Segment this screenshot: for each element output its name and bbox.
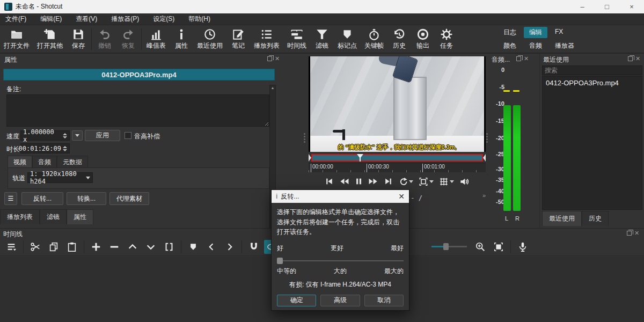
playhead[interactable] xyxy=(357,154,363,162)
keyframes-button[interactable]: 关键帧 xyxy=(361,26,387,53)
menu-view[interactable]: 查看(V) xyxy=(76,14,97,24)
apply-button[interactable]: 应用 xyxy=(85,130,120,141)
menu-settings[interactable]: 设定(S) xyxy=(153,14,174,24)
redo-button[interactable]: 恢复 xyxy=(116,26,140,53)
markers-button[interactable]: 标记点 xyxy=(334,26,361,53)
advanced-button[interactable]: 高级 xyxy=(320,295,360,306)
properties-button[interactable]: 属性 xyxy=(170,26,193,53)
marker-button[interactable] xyxy=(185,240,201,254)
comments-textarea[interactable] xyxy=(6,94,269,127)
fast-forward-button[interactable] xyxy=(368,177,378,186)
copy-button[interactable] xyxy=(46,240,62,254)
duration-spinner[interactable] xyxy=(63,146,67,151)
record-audio-button[interactable] xyxy=(515,240,531,254)
close-panel-icon[interactable]: ✕ xyxy=(635,56,640,61)
history-button[interactable]: 历史 xyxy=(387,26,411,53)
layout-editing-button[interactable]: 编辑 xyxy=(524,27,547,38)
ok-button[interactable]: 确定 xyxy=(277,295,316,306)
snap-button[interactable] xyxy=(246,240,262,254)
next-marker-button[interactable] xyxy=(222,240,238,254)
duration-input[interactable]: 00:01:26:09 xyxy=(20,143,70,153)
lift-button[interactable] xyxy=(125,240,141,254)
speed-input[interactable]: 1.000000 x xyxy=(20,130,70,141)
loop-button[interactable] xyxy=(398,177,413,186)
dock-tab-properties[interactable]: 属性 xyxy=(67,209,93,224)
open-other-button[interactable]: 打开其他 xyxy=(33,26,67,53)
reverse-button[interactable]: 反转... xyxy=(21,192,63,205)
layout-audio-button[interactable]: 音频 xyxy=(524,40,547,52)
slider-handle[interactable] xyxy=(277,258,283,264)
cancel-button[interactable]: 取消 xyxy=(364,295,404,306)
tab-audio[interactable]: 音频 xyxy=(32,156,57,169)
skip-to-start-button[interactable] xyxy=(325,177,334,186)
jobs-button[interactable]: 任务 xyxy=(435,26,458,53)
trim-in-handle[interactable] xyxy=(309,154,311,162)
ripple-delete-button[interactable] xyxy=(106,240,122,254)
recent-button[interactable]: 最近使用 xyxy=(193,26,226,53)
close-panel-icon[interactable]: ✕ xyxy=(524,56,529,61)
append-button[interactable] xyxy=(88,240,104,254)
speed-dropdown-button[interactable] xyxy=(72,130,83,141)
close-button[interactable]: × xyxy=(619,0,644,13)
minimize-button[interactable]: – xyxy=(570,0,595,13)
split-button[interactable] xyxy=(161,240,177,254)
prev-marker-button[interactable] xyxy=(203,240,219,254)
tab-video[interactable]: 视频 xyxy=(8,156,32,169)
proxy-button[interactable]: 代理素材 xyxy=(109,192,149,205)
layout-fx-button[interactable]: FX xyxy=(550,27,568,38)
menu-file[interactable]: 文件(F) xyxy=(5,14,26,24)
timeline-menu-button[interactable] xyxy=(3,240,19,254)
menu-help[interactable]: 帮助(H) xyxy=(188,14,210,24)
open-file-button[interactable]: 打开文件 xyxy=(0,26,33,53)
save-button[interactable]: 保存 xyxy=(67,26,90,53)
peak-meter-button[interactable]: 峰值表 xyxy=(143,26,170,53)
recent-file-item[interactable]: 0412-OPPOA3Pro.mp4 xyxy=(543,76,642,90)
volume-button[interactable] xyxy=(459,177,470,186)
time-ruler[interactable]: 00:00:00 00:00:30 00:01:00 xyxy=(309,163,486,172)
playlist-button[interactable]: 播放列表 xyxy=(250,26,283,53)
dock-tab-recent[interactable]: 最近使用 xyxy=(542,211,582,226)
zoom-in-button[interactable] xyxy=(472,240,488,254)
close-panel-icon[interactable]: ✕ xyxy=(634,231,639,236)
track-select[interactable]: 1: 1920x1080 h264 xyxy=(27,172,93,183)
notes-button[interactable]: 笔记 xyxy=(226,26,250,53)
float-panel-icon[interactable] xyxy=(627,231,632,236)
layout-color-button[interactable]: 颜色 xyxy=(498,40,522,52)
trim-out-handle[interactable] xyxy=(483,154,486,162)
speed-spinner[interactable] xyxy=(63,133,67,138)
float-panel-icon[interactable] xyxy=(516,56,521,61)
tab-metadata[interactable]: 元数据 xyxy=(57,156,88,169)
menu-edit[interactable]: 编辑(E) xyxy=(40,14,62,24)
splitter-handle[interactable] xyxy=(303,133,306,147)
undo-button[interactable]: 撤销 xyxy=(93,26,116,53)
zoom-fit-timeline-button[interactable] xyxy=(491,240,507,254)
pitch-compensation-checkbox[interactable] xyxy=(125,132,131,139)
properties-menu-button[interactable]: ☰ xyxy=(4,192,17,205)
timeline-button[interactable]: 时间线 xyxy=(283,26,310,53)
dock-tab-playlist[interactable]: 播放列表 xyxy=(0,209,40,224)
toolbar-overflow-chevron[interactable]: » xyxy=(482,192,485,199)
dock-tab-history[interactable]: 历史 xyxy=(582,211,609,226)
recent-search-input[interactable] xyxy=(542,65,642,75)
scrub-bar[interactable] xyxy=(311,154,483,162)
dialog-close-button[interactable]: ✕ xyxy=(398,192,405,201)
close-panel-icon[interactable]: ✕ xyxy=(275,56,280,61)
filters-button[interactable]: 滤镜 xyxy=(310,26,334,53)
maximize-button[interactable]: □ xyxy=(595,0,619,13)
zoom-fit-button[interactable] xyxy=(419,177,434,186)
paste-button[interactable] xyxy=(64,240,80,254)
float-panel-icon[interactable] xyxy=(267,56,272,61)
grid-button[interactable] xyxy=(439,177,454,186)
overwrite-button[interactable] xyxy=(143,240,159,254)
layout-logging-button[interactable]: 日志 xyxy=(498,27,522,38)
pause-button[interactable] xyxy=(355,177,363,186)
export-button[interactable]: 输出 xyxy=(411,26,435,53)
cut-button[interactable] xyxy=(27,240,43,254)
timeline-zoom-slider[interactable] xyxy=(431,246,467,247)
convert-button[interactable]: 转换... xyxy=(67,192,106,205)
float-panel-icon[interactable] xyxy=(628,56,633,61)
skip-to-end-button[interactable] xyxy=(384,177,393,186)
video-preview[interactable]: 的 “满级防水” 选手，我们对其进行深度0.3m, xyxy=(309,56,486,152)
rewind-button[interactable] xyxy=(339,177,349,186)
menu-player[interactable]: 播放器(P) xyxy=(111,14,139,24)
